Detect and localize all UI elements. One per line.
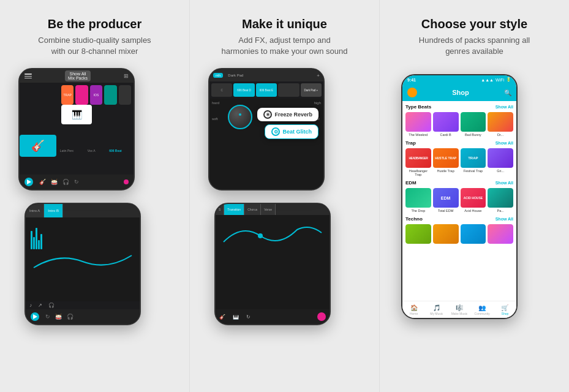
- panel-choose-style: Choose your style Hundreds of packs span…: [380, 0, 569, 392]
- card-festival-label: Festival Trap: [461, 169, 486, 173]
- card-dr[interactable]: Dr...: [488, 112, 513, 137]
- label-high: high: [314, 101, 321, 105]
- section-type-beats: Type Beats Show All: [405, 104, 513, 110]
- card-techno-1[interactable]: [405, 224, 431, 244]
- fx-tab-active[interactable]: nth: [213, 73, 223, 78]
- type-beats-show-all[interactable]: Show All: [496, 105, 513, 109]
- signal-icon: ▲▲▲: [481, 78, 494, 82]
- techno-show-all[interactable]: Show All: [496, 217, 513, 221]
- nav-community[interactable]: 👥 Community: [471, 304, 494, 315]
- seg-transition[interactable]: Transition: [224, 204, 244, 215]
- record-button[interactable]: [124, 179, 129, 184]
- card-edm[interactable]: EDM Total EDM: [433, 188, 459, 213]
- beat-cell-c[interactable]: C: [211, 83, 232, 97]
- card-techno-1-img: [405, 224, 431, 244]
- phone-top-2: nth Dark Pad + C 606 Beat D 606 Beat E D…: [208, 68, 325, 190]
- phone-bottom-2: S Transition Chorus Verse 🎸 🎹 ↻: [214, 203, 331, 325]
- nav-shop[interactable]: 🛒 Shop: [494, 304, 516, 315]
- card-bunny[interactable]: Bad Bunny: [461, 112, 486, 137]
- card-acid[interactable]: ACID HOUSE Acid House: [461, 188, 486, 213]
- play-button[interactable]: [24, 178, 33, 186]
- seg-chorus[interactable]: Chorus: [244, 204, 261, 215]
- lbl-vox-a: Vox A: [88, 149, 96, 153]
- curve-area: [216, 215, 330, 309]
- eq-bars: [31, 225, 135, 249]
- seg-intro-a[interactable]: Intro A: [26, 204, 44, 217]
- nav-make-music[interactable]: 🎼 Make Music: [448, 304, 470, 315]
- home-icon: 🏠: [410, 304, 418, 311]
- fx-toolbar: nth Dark Pad +: [209, 69, 323, 81]
- svg-point-0: [258, 233, 263, 238]
- note-icon: ♪: [29, 303, 32, 308]
- loop2-icon: ↻: [45, 314, 50, 320]
- card-techno-2[interactable]: [433, 224, 459, 244]
- fx-knob[interactable]: [228, 105, 252, 129]
- pack-dark: [119, 85, 131, 105]
- card-techno-4[interactable]: [488, 224, 513, 244]
- beat-glitch-text: Beat Glitch: [282, 129, 312, 135]
- panel3-title: Choose your style: [421, 17, 527, 31]
- trap-show-all[interactable]: Show All: [496, 141, 513, 145]
- record-button-2[interactable]: [317, 312, 326, 321]
- card-cardi-label: Cardi B: [433, 133, 459, 137]
- card-techno-3[interactable]: [461, 224, 486, 244]
- eq-bar-5: [40, 234, 42, 249]
- card-pa[interactable]: Pa...: [488, 188, 513, 213]
- card-headbanger-img: HEADBANGER: [405, 148, 431, 168]
- beat-cell-606e[interactable]: 606 Beat E: [256, 83, 277, 97]
- card-headbanger[interactable]: HEADBANGER Headbanger Trap: [405, 148, 431, 176]
- guitar-transport-icon: 🎸: [39, 179, 46, 185]
- edm-row: The Drop EDM Total EDM ACID HOUSE Acid H…: [405, 188, 513, 213]
- add-icon[interactable]: +: [317, 73, 320, 78]
- beat-glitch-label: ⚙ Beat Glitch: [265, 124, 318, 139]
- pack-teal: [104, 85, 116, 105]
- nav-home[interactable]: 🏠 Home: [402, 304, 425, 315]
- battery-icon: 🔋: [506, 77, 511, 82]
- shop-label: Shop: [502, 312, 509, 315]
- card-pa-label: Pa...: [488, 209, 513, 213]
- show-all-button[interactable]: Show AllMix Packs: [65, 70, 91, 81]
- user-avatar[interactable]: [407, 88, 417, 97]
- card-gri[interactable]: Gri...: [488, 148, 513, 176]
- card-cardi[interactable]: Cardi B: [433, 112, 459, 137]
- card-edm-label: Total EDM: [433, 209, 459, 213]
- beat-cell-darkpad[interactable]: Dark Pad +: [301, 83, 322, 97]
- edm-show-all[interactable]: Show All: [496, 181, 513, 185]
- screen-arrangement: Intro A Intro B: [26, 204, 140, 324]
- card-hustle-img: HUSTLE TRAP: [433, 148, 459, 168]
- fx-tab-1[interactable]: Dark Pad: [225, 73, 246, 78]
- search-icon[interactable]: 🔍: [504, 89, 511, 96]
- guitar-icon: 🎸: [31, 139, 45, 153]
- transport-icons: 🎸 🥁 🎧 ↻: [39, 179, 79, 185]
- label-hard: hard: [212, 101, 219, 105]
- beat-cell-606d[interactable]: 606 Beat D: [233, 83, 254, 97]
- card-festival[interactable]: TRAP Festival Trap: [461, 148, 486, 176]
- make-label: Make Music: [451, 312, 468, 315]
- screen-mixer: Show AllMix Packs ⊞ 🎸 TRAP IOS: [20, 69, 134, 189]
- techno-row: [405, 224, 513, 244]
- card-hustle[interactable]: HUSTLE TRAP Hustle Trap: [433, 148, 459, 176]
- drum2-icon: 🥁: [55, 314, 62, 320]
- play-triangle: [27, 179, 31, 184]
- seg-intro-b[interactable]: Intro B: [44, 204, 63, 217]
- phone-bottom-1: Intro A Intro B: [24, 203, 141, 325]
- seg-verse[interactable]: Verse: [261, 204, 276, 215]
- panel1-subtitle: Combine studio-quality sampleswith our 8…: [38, 35, 151, 57]
- card-weeknd[interactable]: The Weeknd: [405, 112, 431, 137]
- pack-ios: IOS: [90, 85, 102, 105]
- card-drop[interactable]: The Drop: [405, 188, 431, 213]
- nav-my-music[interactable]: 🎵 My Music: [425, 304, 448, 315]
- panel2-title: Make it unique: [242, 17, 327, 31]
- seg-s[interactable]: S: [216, 204, 224, 215]
- techno-label: Techno: [405, 216, 423, 222]
- card-dr-label: Dr...: [488, 133, 513, 137]
- section-techno: Techno Show All: [405, 216, 513, 222]
- transport-bar-1: 🎸 🥁 🎧 ↻: [20, 175, 134, 189]
- card-hustle-label: Hustle Trap: [433, 169, 459, 173]
- shop-content: Type Beats Show All The Weeknd Cardi B: [402, 101, 516, 301]
- guitar-highlight: 🎸: [20, 135, 56, 157]
- arrangement-row-2: S Transition Chorus Verse: [216, 204, 330, 215]
- transport-icons-2: ↻ 🥁 🎧: [45, 314, 73, 320]
- play-button-2[interactable]: [31, 312, 39, 321]
- card-weeknd-label: The Weeknd: [405, 133, 431, 137]
